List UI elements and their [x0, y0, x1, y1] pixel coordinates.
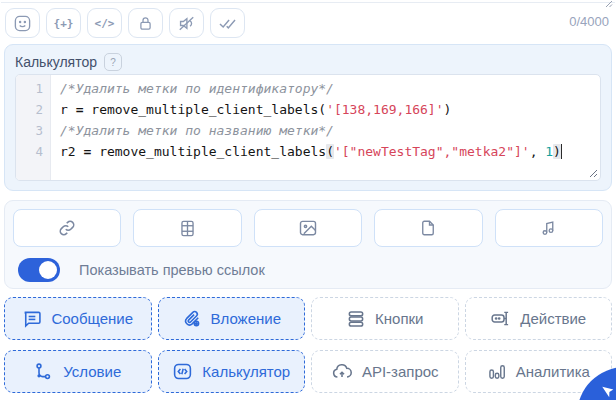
block-condition-button[interactable]: Условие: [4, 350, 152, 393]
read-receipt-button[interactable]: [210, 8, 245, 38]
block-label: Вложение: [211, 310, 281, 327]
editor-resize-grip-icon[interactable]: [588, 168, 598, 178]
code-line[interactable]: 1/*Удалить метки по идентификатору*/: [16, 78, 600, 99]
block-attachment-button[interactable]: Вложение: [158, 297, 306, 340]
toggle-knob: [39, 261, 57, 279]
char-counter: 0/4000: [569, 14, 609, 29]
block-label: Калькулятор: [202, 363, 290, 380]
code-button[interactable]: </>: [87, 8, 122, 38]
block-calculator-button[interactable]: Калькулятор: [158, 350, 306, 393]
code-line[interactable]: 4r2 = remove_multiple_client_labels('["n…: [16, 141, 600, 162]
line-number: 2: [16, 99, 43, 120]
attach-link-button[interactable]: [13, 209, 121, 247]
attach-file-button[interactable]: [374, 209, 482, 247]
block-action-button[interactable]: Действие: [465, 297, 613, 340]
calculator-panel: Калькулятор ? 1/*Удалить метки по иденти…: [4, 44, 612, 191]
block-message-button[interactable]: Сообщение: [4, 297, 152, 340]
text-cursor: [561, 144, 562, 159]
lock-button[interactable]: [128, 8, 163, 38]
attachment-icon: [182, 309, 202, 329]
block-label: Кнопки: [375, 310, 423, 327]
block-label: API-запрос: [362, 363, 439, 380]
attach-video-button[interactable]: [133, 209, 241, 247]
analytics-icon: [487, 362, 507, 382]
mute-button[interactable]: [169, 8, 204, 38]
line-number: 1: [16, 78, 43, 99]
audio-icon: [540, 219, 558, 237]
condition-icon: [34, 362, 54, 382]
code-lines: 1/*Удалить метки по идентификатору*/2r =…: [16, 78, 600, 162]
action-icon: [490, 308, 511, 329]
link-preview-toggle[interactable]: [18, 258, 60, 282]
file-icon: [419, 219, 437, 237]
cursor-pointer-icon: [598, 385, 614, 400]
braces-plus-icon: {+}: [54, 17, 74, 30]
code-line[interactable]: 3/*Удалить метки по названию метки*/: [16, 120, 600, 141]
textarea-bottom-border: [1, 2, 615, 3]
code-editor[interactable]: 1/*Удалить метки по идентификатору*/2r =…: [15, 74, 601, 181]
emoji-icon: [13, 14, 32, 33]
attachment-type-row: [13, 209, 603, 247]
code-line[interactable]: 2r = remove_multiple_client_labels('[138…: [16, 99, 600, 120]
block-label: Условие: [63, 363, 121, 380]
block-label: Сообщение: [51, 310, 133, 327]
double-check-icon: [218, 14, 237, 33]
attach-audio-button[interactable]: [495, 209, 603, 247]
video-icon: [178, 219, 197, 238]
help-icon[interactable]: ?: [104, 53, 122, 71]
message-icon: [22, 309, 42, 329]
code-icon: </>: [95, 17, 115, 30]
link-preview-row: Показывать превью ссылок: [13, 257, 603, 282]
block-type-grid: СообщениеВложениеКнопкиДействиеУсловиеКа…: [4, 297, 612, 393]
speaker-muted-icon: [177, 14, 196, 33]
line-number: 3: [16, 120, 43, 141]
block-buttons-button[interactable]: Кнопки: [311, 297, 459, 340]
variables-button[interactable]: {+}: [46, 8, 81, 38]
formatting-toolbar: {+}</>: [5, 8, 245, 38]
attach-image-button[interactable]: [254, 209, 362, 247]
bot-editor-panel: {+}</> 0/4000 Калькулятор ? 1/*Удалить м…: [0, 0, 616, 400]
emoji-button[interactable]: [5, 8, 40, 38]
block-label: Аналитика: [516, 363, 590, 380]
lock-icon: [137, 15, 154, 32]
api-cloud-icon: [331, 361, 353, 383]
buttons-icon: [346, 309, 366, 329]
calculator-header: Калькулятор ?: [15, 52, 601, 72]
link-preview-label: Показывать превью ссылок: [79, 262, 265, 278]
block-api-button[interactable]: API-запрос: [311, 350, 459, 393]
block-label: Действие: [520, 310, 586, 327]
resize-grip-icon[interactable]: [602, 0, 613, 8]
calculator-label: Калькулятор: [15, 54, 97, 70]
link-icon: [57, 218, 77, 238]
line-number: 4: [16, 141, 43, 162]
image-icon: [298, 218, 318, 238]
calculator-icon: [172, 361, 193, 382]
attachments-panel: Показывать превью ссылок: [4, 200, 612, 289]
